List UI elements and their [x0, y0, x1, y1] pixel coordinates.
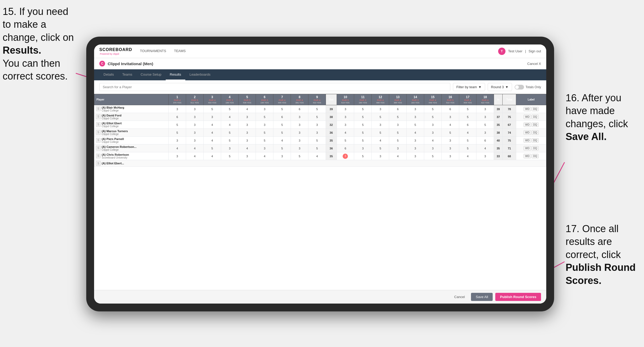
score-out-3[interactable]: 5	[203, 144, 221, 152]
score-in-2[interactable]: 5	[354, 105, 372, 113]
tab-leaderboards[interactable]: Leaderboards	[185, 69, 215, 80]
score-in-4[interactable]: 4	[389, 152, 407, 160]
filter-team-dropdown[interactable]: Filter by team ▼	[453, 83, 485, 91]
score-in-8[interactable]: 5	[459, 105, 476, 113]
score-in-5[interactable]: 3	[407, 152, 424, 160]
score-out-2[interactable]: 3	[186, 129, 204, 137]
score-out-9[interactable]: 4	[308, 152, 326, 160]
score-in-3[interactable]: 4	[372, 137, 389, 144]
score-in-4[interactable]: 6	[389, 105, 407, 113]
search-input[interactable]	[99, 83, 450, 91]
score-in-7[interactable]: 4	[441, 121, 459, 129]
score-out-2[interactable]: 3	[186, 105, 204, 113]
tab-results[interactable]: Results	[166, 69, 185, 80]
score-out-8[interactable]: 3	[291, 113, 308, 121]
score-in-4[interactable]: 5	[389, 129, 407, 137]
score-in-6[interactable]: 3	[424, 144, 441, 152]
score-in-1[interactable]: 3	[337, 105, 354, 113]
score-in-8[interactable]: 5	[459, 113, 476, 121]
wd-button[interactable]: WD	[524, 107, 531, 111]
score-in-1[interactable]: 6	[337, 144, 354, 152]
score-out-4[interactable]: 5	[221, 129, 238, 137]
cancel-tournament-btn[interactable]: Cancel X	[527, 62, 541, 66]
score-out-3[interactable]: 4	[203, 129, 221, 137]
score-out-8[interactable]: 3	[291, 137, 308, 144]
dq-button[interactable]: DQ	[532, 138, 539, 143]
score-in-8[interactable]: 5	[459, 144, 476, 152]
score-out-4[interactable]: 3	[221, 144, 238, 152]
score-in-1[interactable]: 4	[337, 129, 354, 137]
score-in-2[interactable]: 5	[354, 113, 372, 121]
score-in-6[interactable]: 3	[424, 121, 441, 129]
score-out-4[interactable]: 5	[221, 152, 238, 160]
score-out-3[interactable]: 4	[203, 121, 221, 129]
dq-button[interactable]: DQ	[532, 107, 539, 111]
score-out-9[interactable]: 3	[308, 121, 326, 129]
score-in-3[interactable]: 3	[372, 152, 389, 160]
score-out-5[interactable]: 3	[238, 113, 256, 121]
score-in-4[interactable]: 3	[389, 144, 407, 152]
score-in-3[interactable]: 3	[372, 105, 389, 113]
nav-tournaments[interactable]: TOURNAMENTS	[140, 48, 166, 55]
score-in-1[interactable]: 3	[337, 152, 354, 160]
nav-teams[interactable]: TEAMS	[174, 48, 186, 55]
dq-button[interactable]: DQ	[532, 154, 539, 158]
score-in-2[interactable]: 5	[354, 137, 372, 144]
score-in-7[interactable]: 3	[441, 113, 459, 121]
score-in-8[interactable]: 4	[459, 152, 476, 160]
score-in-6[interactable]: 4	[424, 137, 441, 144]
score-in-9[interactable]: 3	[476, 113, 494, 121]
score-in-7[interactable]: 5	[441, 129, 459, 137]
score-out-8[interactable]: 3	[291, 121, 308, 129]
score-out-7[interactable]: 5	[273, 121, 291, 129]
score-out-5[interactable]: 3	[238, 152, 256, 160]
score-out-1[interactable]: 5	[169, 121, 186, 129]
score-out-7[interactable]: 6	[273, 113, 291, 121]
score-in-9[interactable]: 6	[476, 137, 494, 144]
score-in-2[interactable]: 3	[354, 144, 372, 152]
score-out-7[interactable]: 5	[273, 129, 291, 137]
totals-only-toggle[interactable]	[515, 85, 524, 89]
score-out-1[interactable]: 4	[169, 144, 186, 152]
score-out-1[interactable]: 3	[169, 105, 186, 113]
score-out-7[interactable]: 5	[273, 105, 291, 113]
score-out-6[interactable]: 4	[256, 152, 273, 160]
score-in-5[interactable]: 3	[407, 105, 424, 113]
score-out-4[interactable]: 4	[221, 121, 238, 129]
score-out-5[interactable]: 4	[238, 144, 256, 152]
tab-course-setup[interactable]: Course Setup	[136, 69, 166, 80]
publish-round-scores-button[interactable]: Publish Round Scores	[495, 293, 541, 301]
score-in-2[interactable]: 5	[354, 121, 372, 129]
sign-out-link[interactable]: Sign out	[528, 49, 541, 53]
score-in-8[interactable]: 4	[459, 129, 476, 137]
score-in-2[interactable]: 5	[354, 129, 372, 137]
score-in-6[interactable]: 3	[424, 129, 441, 137]
score-out-2[interactable]: 3	[186, 121, 204, 129]
score-out-4[interactable]: 5	[221, 137, 238, 144]
tab-details[interactable]: Details	[99, 69, 118, 80]
score-out-2[interactable]: 3	[186, 113, 204, 121]
dq-button[interactable]: DQ	[532, 115, 539, 119]
tab-teams[interactable]: Teams	[118, 69, 136, 80]
score-out-5[interactable]: 3	[238, 121, 256, 129]
score-in-9[interactable]: 5	[476, 121, 494, 129]
score-in-9[interactable]: 3	[476, 105, 494, 113]
score-out-7[interactable]: 3	[273, 152, 291, 160]
score-out-3[interactable]: 4	[203, 137, 221, 144]
score-in-5[interactable]: 5	[407, 121, 424, 129]
score-in-6[interactable]: 5	[424, 152, 441, 160]
score-in-5[interactable]: 3	[407, 113, 424, 121]
score-in-3[interactable]: 3	[372, 121, 389, 129]
score-out-8[interactable]: 3	[291, 144, 308, 152]
score-in-8[interactable]: 6	[459, 121, 476, 129]
score-in-3[interactable]: 5	[372, 113, 389, 121]
score-out-9[interactable]: 3	[308, 129, 326, 137]
dq-button[interactable]: DQ	[532, 130, 539, 135]
score-out-5[interactable]: 3	[238, 137, 256, 144]
score-out-7[interactable]: 5	[273, 144, 291, 152]
round-dropdown[interactable]: Round 3 ▼	[488, 83, 512, 91]
score-out-2[interactable]: 4	[186, 152, 204, 160]
score-in-1[interactable]: 3	[337, 121, 354, 129]
wd-button[interactable]: WD	[524, 130, 531, 135]
wd-button[interactable]: WD	[524, 138, 531, 143]
